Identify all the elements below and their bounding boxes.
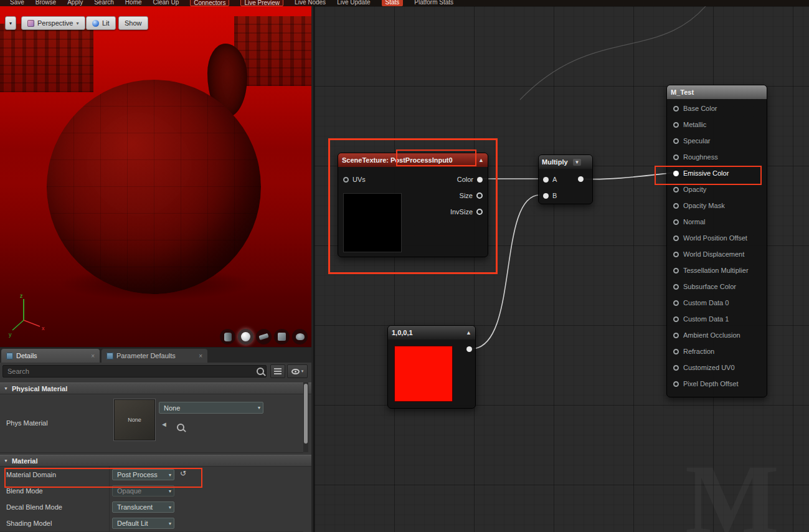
world-displacement-pin[interactable] bbox=[673, 252, 679, 257]
tab-parameter-defaults[interactable]: Parameter Defaults × bbox=[102, 349, 207, 363]
scenetexture-node[interactable]: SceneTexture: PostProcessInput0 ▲ UVs Co… bbox=[338, 153, 488, 257]
m-test-node-header[interactable]: M_Test bbox=[667, 85, 767, 99]
invsize-output-pin[interactable] bbox=[476, 209, 483, 215]
multiply-b-input-pin[interactable] bbox=[543, 193, 549, 199]
metallic-pin[interactable] bbox=[673, 122, 679, 128]
shading-model-dropdown[interactable]: Default Lit ▾ bbox=[112, 518, 174, 529]
use-selected-asset-icon[interactable]: ◄ bbox=[161, 420, 168, 428]
roughness-pin[interactable] bbox=[673, 154, 679, 160]
multiply-output-pin[interactable] bbox=[578, 176, 584, 182]
phys-material-thumbnail[interactable]: None bbox=[114, 399, 155, 440]
base-color-pin[interactable] bbox=[673, 106, 679, 112]
customized-uv0-pin[interactable] bbox=[673, 365, 679, 371]
collapse-up-icon[interactable]: ▲ bbox=[478, 157, 484, 163]
custom-data-0-pin[interactable] bbox=[673, 300, 679, 306]
constant4-node-header[interactable]: 1,0,0,1 ▲ bbox=[388, 326, 475, 340]
opacity-pin[interactable] bbox=[673, 187, 679, 192]
clean-up-button[interactable]: Clean Up bbox=[153, 0, 179, 6]
opacity-mask-pin[interactable] bbox=[673, 203, 679, 209]
chevron-down-icon: ▾ bbox=[169, 505, 171, 510]
scenetexture-node-header[interactable]: SceneTexture: PostProcessInput0 ▲ bbox=[338, 153, 488, 167]
live-preview-toggle[interactable]: Live Preview bbox=[240, 0, 283, 6]
thumbnail-none-label: None bbox=[128, 417, 141, 423]
reset-to-default-icon[interactable]: ↺ bbox=[180, 469, 186, 478]
custom-data-0-label: Custom Data 0 bbox=[683, 299, 729, 306]
display-filter-button[interactable] bbox=[270, 364, 285, 378]
world-position-offset-pin[interactable] bbox=[673, 235, 679, 241]
connectors-toggle[interactable]: Connectors bbox=[190, 0, 229, 6]
preview-shape-buttons bbox=[220, 329, 308, 344]
refraction-label: Refraction bbox=[683, 348, 714, 355]
m-test-material-node[interactable]: M_Test Base Color Metallic Specular Roug… bbox=[666, 85, 767, 397]
refraction-pin[interactable] bbox=[673, 349, 679, 354]
size-output-pin[interactable] bbox=[476, 192, 483, 199]
apply-button[interactable]: Apply bbox=[67, 0, 83, 6]
custom-data-1-label: Custom Data 1 bbox=[683, 315, 729, 323]
subsurface-color-pin[interactable] bbox=[673, 284, 679, 290]
pin-row-base-color: Base Color bbox=[673, 100, 717, 116]
lit-mode-button[interactable]: Lit bbox=[86, 16, 116, 30]
section-physical-material[interactable]: ▼ Physical Material bbox=[0, 382, 311, 394]
constant4-node[interactable]: 1,0,0,1 ▲ bbox=[387, 325, 476, 409]
search-input[interactable] bbox=[2, 365, 267, 378]
stats-toggle[interactable]: Stats bbox=[382, 0, 404, 6]
browse-asset-icon[interactable] bbox=[177, 424, 184, 431]
wire-multiply-to-emissive-color[interactable] bbox=[580, 173, 674, 179]
show-menu-button[interactable]: Show bbox=[118, 16, 148, 30]
pin-row-world-position-offset: World Position Offset bbox=[673, 230, 747, 246]
pixel-depth-offset-pin[interactable] bbox=[673, 381, 679, 387]
save-button[interactable]: Save bbox=[10, 0, 24, 6]
blend-mode-dropdown[interactable]: Opaque ▾ bbox=[112, 485, 174, 496]
base-color-label: Base Color bbox=[683, 105, 717, 112]
chevron-down-icon: ▾ bbox=[169, 472, 171, 478]
invsize-label: InvSize bbox=[450, 208, 473, 216]
close-icon[interactable]: × bbox=[199, 353, 202, 359]
collapse-up-icon[interactable]: ▲ bbox=[466, 330, 471, 336]
search-icon bbox=[257, 368, 264, 375]
collapse-down-icon[interactable]: ▼ bbox=[573, 159, 582, 166]
scrollbar-thumb[interactable] bbox=[304, 384, 308, 444]
details-scrollbar[interactable] bbox=[303, 382, 308, 452]
shape-cylinder-button[interactable] bbox=[220, 329, 235, 344]
material-domain-value: Post Process bbox=[117, 471, 158, 478]
color-output-pin[interactable] bbox=[477, 177, 483, 183]
tessellation-multiplier-pin[interactable] bbox=[673, 268, 679, 273]
shape-plane-button[interactable] bbox=[256, 329, 272, 344]
view-options-button[interactable]: ▾ bbox=[287, 364, 308, 378]
live-nodes-toggle[interactable]: Live Nodes bbox=[295, 0, 326, 6]
emissive-color-pin[interactable] bbox=[673, 171, 679, 176]
section-material[interactable]: ▼ Material bbox=[0, 455, 311, 467]
multiply-a-input-pin[interactable] bbox=[543, 177, 549, 183]
search-button[interactable]: Search bbox=[94, 0, 114, 6]
multiply-node[interactable]: Multiply ▼ A B bbox=[538, 154, 593, 204]
pin-row-custom-data-0: Custom Data 0 bbox=[673, 295, 729, 311]
tab-details[interactable]: Details × bbox=[1, 349, 100, 363]
list-icon bbox=[274, 368, 281, 374]
decal-blend-mode-dropdown[interactable]: Translucent ▾ bbox=[112, 501, 174, 513]
live-update-toggle[interactable]: Live Update bbox=[337, 0, 370, 6]
shape-sphere-button[interactable] bbox=[238, 329, 253, 344]
home-button[interactable]: Home bbox=[125, 0, 142, 6]
shape-cube-button[interactable] bbox=[274, 329, 290, 344]
section-expanded-icon: ▼ bbox=[4, 386, 8, 391]
platform-stats-toggle[interactable]: Platform Stats bbox=[414, 0, 453, 6]
perspective-button[interactable]: Perspective ▾ bbox=[21, 16, 85, 30]
perspective-icon bbox=[27, 20, 34, 27]
preview-viewport[interactable]: ▾ Perspective ▾ Lit Show z y x bbox=[0, 6, 311, 347]
close-icon[interactable]: × bbox=[91, 353, 95, 359]
shading-model-value: Default Lit bbox=[117, 520, 148, 527]
material-domain-dropdown[interactable]: Post Process ▾ bbox=[112, 469, 174, 480]
browse-button[interactable]: Browse bbox=[35, 0, 56, 6]
normal-pin[interactable] bbox=[673, 219, 679, 225]
custom-data-1-pin[interactable] bbox=[673, 316, 679, 322]
specular-pin[interactable] bbox=[673, 138, 679, 144]
constant4-output-pin[interactable] bbox=[466, 346, 472, 352]
uvs-input-pin[interactable] bbox=[343, 177, 349, 183]
multiply-b-label: B bbox=[552, 192, 557, 199]
ambient-occlusion-pin[interactable] bbox=[673, 333, 679, 338]
phys-material-dropdown[interactable]: None ▾ bbox=[159, 402, 263, 414]
shape-custom-mesh-button[interactable] bbox=[292, 329, 308, 344]
multiply-node-header[interactable]: Multiply ▼ bbox=[539, 155, 592, 169]
viewport-options-button[interactable]: ▾ bbox=[5, 16, 16, 30]
material-graph-canvas[interactable]: M SceneTexture: PostProcessInput0 ▲ UVs … bbox=[313, 6, 809, 532]
